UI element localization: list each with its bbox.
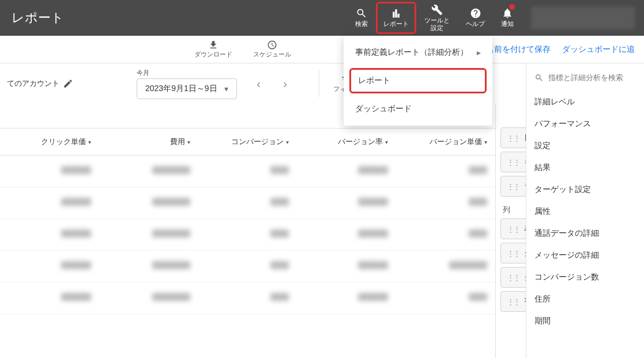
metrics-search-placeholder: 指標と詳細分析を検索	[548, 73, 623, 83]
col-cost[interactable]: 費用▾	[99, 137, 198, 147]
nav-reports[interactable]: レポート	[376, 2, 416, 34]
table-area: クリック単価▾ 費用▾ コンバージョン▾ バージョン率▾ バージョン単価▾	[0, 104, 495, 358]
col-conv-value[interactable]: バージョン単価▾	[396, 137, 495, 147]
cat-settings[interactable]: 設定	[533, 135, 637, 157]
grip-icon: ⋮⋮	[507, 182, 519, 191]
dropdown-dashboard-label: ダッシュボード	[355, 104, 412, 114]
download-label: ダウンロード	[194, 50, 232, 59]
nav-notifications-label: 通知	[501, 20, 514, 28]
search-icon	[356, 7, 367, 19]
grip-icon: ⋮⋮	[507, 225, 519, 233]
caret-down-icon: ▾	[187, 139, 190, 145]
grip-icon: ⋮⋮	[507, 297, 519, 306]
table-body	[0, 156, 495, 314]
metrics-search[interactable]: 指標と詳細分析を検索	[533, 69, 637, 91]
grip-icon: ⋮⋮	[507, 249, 519, 258]
table-row	[0, 187, 495, 219]
pencil-icon	[63, 78, 73, 89]
table-row	[0, 219, 495, 251]
month-label: 今月	[137, 69, 237, 77]
download-icon	[208, 40, 219, 50]
caret-down-icon: ▾	[224, 84, 228, 93]
cat-period[interactable]: 期間	[533, 310, 637, 332]
account-scope-label: てのアカウント	[7, 78, 59, 89]
dropdown-predefined[interactable]: 事前定義レポート（詳細分析） ▸	[344, 39, 492, 66]
dropdown-predefined-label: 事前定義レポート（詳細分析）	[355, 47, 468, 58]
notification-badge	[509, 4, 515, 10]
right-sidebar: 指標と詳細分析を検索 詳細レベル パフォーマンス 設定 結果 ターゲット設定 属…	[526, 63, 644, 358]
date-range-block: 今月 2023年9月1日～9日 ▾	[137, 69, 237, 99]
cat-detail[interactable]: 詳細レベル	[533, 91, 637, 113]
table-row	[0, 251, 495, 282]
cat-results[interactable]: 結果	[533, 157, 637, 179]
col-cost-label: 費用	[170, 137, 185, 147]
date-nav-arrows: ‹ ›	[248, 73, 296, 94]
table-row	[0, 156, 495, 187]
wrench-icon	[431, 4, 443, 16]
dropdown-dashboard[interactable]: ダッシュボード	[344, 96, 492, 122]
caret-down-icon: ▾	[88, 139, 91, 145]
caret-down-icon: ▾	[286, 139, 289, 145]
dropdown-report[interactable]: レポート	[349, 68, 487, 93]
cat-conversions[interactable]: コンバージョン数	[533, 266, 637, 288]
nav-search-label: 検索	[355, 20, 368, 28]
help-icon	[470, 7, 481, 19]
search-icon	[534, 73, 544, 82]
caret-down-icon: ▾	[385, 139, 388, 145]
cat-message[interactable]: メッセージの詳細	[533, 244, 637, 266]
page-title: レポート	[12, 9, 64, 27]
nav-notifications[interactable]: 通知	[493, 2, 522, 34]
save-as-link[interactable]: 名前を付けて保存	[486, 44, 551, 55]
reports-dropdown: 事前定義レポート（詳細分析） ▸ レポート ダッシュボード	[344, 36, 492, 126]
schedule-button[interactable]: スケジュール	[243, 40, 302, 59]
col-conversions-label: コンバージョン	[231, 137, 284, 147]
nav-help-label: ヘルプ	[466, 20, 485, 28]
nav-tools[interactable]: ツールと 設定	[416, 2, 458, 34]
grip-icon: ⋮⋮	[507, 158, 519, 167]
col-cpc-label: クリック単価	[41, 137, 86, 147]
bar-chart-icon	[390, 7, 402, 19]
col-conv-rate-label: バージョン率	[338, 137, 383, 147]
grip-icon: ⋮⋮	[507, 134, 519, 142]
prev-period-button[interactable]: ‹	[248, 73, 269, 94]
col-conv-rate[interactable]: バージョン率▾	[297, 137, 396, 147]
grip-icon: ⋮⋮	[507, 273, 519, 282]
cat-performance[interactable]: パフォーマンス	[533, 113, 637, 135]
schedule-label: スケジュール	[253, 50, 291, 59]
cat-targeting[interactable]: ターゲット設定	[533, 179, 637, 201]
dashboard-add-link[interactable]: ダッシュボードに追	[562, 44, 635, 55]
account-info[interactable]	[531, 6, 635, 29]
caret-down-icon: ▾	[484, 139, 487, 145]
table-row	[0, 282, 495, 314]
cat-call[interactable]: 通話データの詳細	[533, 223, 637, 244]
nav-help[interactable]: ヘルプ	[458, 2, 493, 34]
date-range-text: 2023年9月1日～9日	[145, 84, 217, 94]
col-conv-value-label: バージョン単価	[430, 137, 482, 147]
nav-search[interactable]: 検索	[347, 2, 376, 34]
top-header: レポート 検索 レポート ツールと 設定 ヘルプ 通知	[0, 0, 644, 36]
nav-tools-label: ツールと 設定	[424, 17, 450, 32]
col-conversions[interactable]: コンバージョン▾	[198, 137, 297, 147]
next-period-button[interactable]: ›	[275, 73, 296, 94]
cat-address[interactable]: 住所	[533, 288, 637, 310]
table-header: クリック単価▾ 費用▾ コンバージョン▾ バージョン率▾ バージョン単価▾	[0, 128, 495, 156]
dropdown-report-label: レポート	[358, 76, 390, 86]
date-range-picker[interactable]: 2023年9月1日～9日 ▾	[137, 78, 237, 99]
cat-attributes[interactable]: 属性	[533, 201, 637, 223]
chevron-right-icon: ▸	[477, 48, 481, 57]
download-button[interactable]: ダウンロード	[184, 40, 243, 59]
top-nav: 検索 レポート ツールと 設定 ヘルプ 通知	[347, 2, 522, 34]
clock-icon	[267, 40, 277, 50]
nav-reports-label: レポート	[383, 20, 409, 28]
sub-toolbar: ダウンロード スケジュール 名前を付けて保存 ダッシュボードに追	[0, 36, 644, 63]
edit-scope-button[interactable]	[63, 78, 73, 89]
col-cpc[interactable]: クリック単価▾	[0, 137, 99, 147]
